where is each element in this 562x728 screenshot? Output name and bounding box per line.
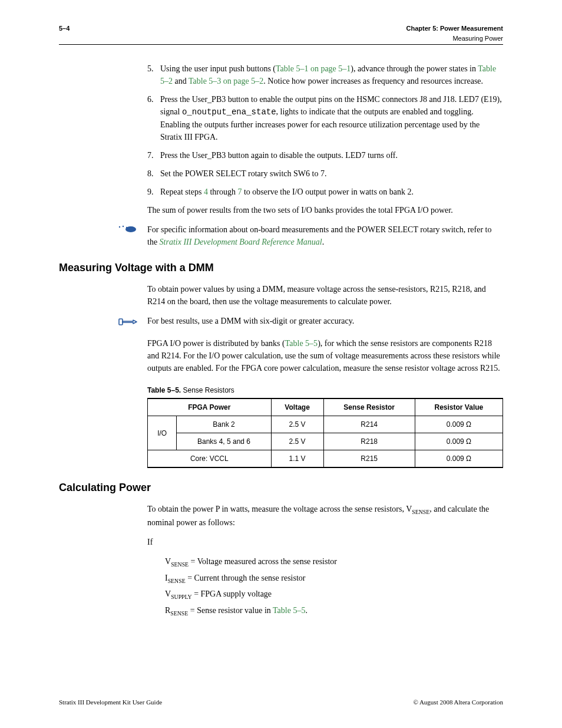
svg-rect-4 [119, 319, 123, 325]
svg-point-1 [123, 226, 124, 227]
table-row: Core: VCCL 1.1 V R215 0.009 Ω [148, 450, 503, 468]
note-block: For specific information about on-board … [118, 223, 503, 248]
definition-line: VSENSE = Voltage measured across the sen… [165, 555, 503, 569]
xref-link[interactable]: Table 5–5 [285, 339, 318, 348]
list-number: 8. [147, 167, 160, 180]
note-text: For best results, use a DMM with six-dig… [147, 315, 503, 327]
sense-resistors-table: FPGA Power Voltage Sense Resistor Resist… [147, 398, 503, 468]
list-item: 9. Repeat steps 4 through 7 to observe t… [147, 186, 503, 198]
table-header: FPGA Power [148, 398, 272, 416]
footer-left: Stratix III Development Kit User Guide [59, 697, 162, 707]
heading-calculating-power: Calculating Power [59, 480, 503, 496]
definition-line: VSUPPLY = FPGA supply voltage [165, 588, 503, 601]
table-header: Sense Resistor [323, 398, 415, 416]
pointing-hand-icon [118, 315, 147, 330]
body-text: To obtain power values by using a DMM, m… [147, 283, 503, 308]
page-header: 5–4 Chapter 5: Power Measurement Measuri… [59, 24, 503, 45]
xref-link[interactable]: Table 5–5 [273, 606, 305, 615]
xref-link[interactable]: Table 5–3 on page 5–2 [189, 77, 263, 85]
body-text: FPGA I/O power is distributed by banks (… [147, 337, 503, 374]
svg-point-3 [126, 227, 127, 228]
heading-dmm: Measuring Voltage with a DMM [59, 260, 503, 276]
note-block: For best results, use a DMM with six-dig… [118, 315, 503, 330]
table-header: Voltage [271, 398, 323, 416]
list-item: 5. Using the user input push buttons (Ta… [147, 62, 503, 87]
list-number: 5. [147, 62, 160, 87]
footer-right: © August 2008 Altera Corporation [413, 697, 503, 707]
dots-footprint-icon [118, 223, 147, 238]
body-text: The sum of power results from the two se… [147, 204, 503, 216]
xref-link[interactable]: 4 [204, 187, 208, 196]
definition-line: RSENSE = Sense resistor value in Table 5… [165, 604, 503, 618]
list-item: 7. Press the User_PB3 button again to di… [147, 149, 503, 162]
list-item: 6. Press the User_PB3 button to enable t… [147, 93, 503, 143]
section-label: Measuring Power [406, 34, 503, 44]
page-footer: Stratix III Development Kit User Guide ©… [59, 697, 503, 707]
svg-point-0 [119, 226, 120, 228]
chapter-label: Chapter 5: Power Measurement [406, 25, 503, 32]
body-text: To obtain the power P in watts, measure … [147, 503, 503, 529]
table-header: Resistor Value [415, 398, 503, 416]
page-number: 5–4 [59, 25, 70, 32]
table-caption: Table 5–5. Sense Resistors [147, 385, 503, 396]
list-number: 6. [147, 93, 160, 143]
if-label: If [147, 536, 503, 548]
table-row: I/O Bank 2 2.5 V R214 0.009 Ω [148, 416, 503, 433]
code-text: o_noutput_ena_state [182, 107, 276, 117]
xref-link[interactable]: Table 5–1 on page 5–1 [276, 64, 351, 73]
list-number: 7. [147, 149, 160, 162]
table-row: Banks 4, 5 and 6 2.5 V R218 0.009 Ω [148, 433, 503, 450]
list-item: 8. Set the POWER SELECT rotary switch SW… [147, 167, 503, 180]
xref-link[interactable]: Stratix III Development Board Reference … [160, 238, 322, 246]
list-number: 9. [147, 186, 160, 198]
definition-line: ISENSE = Current through the sense resis… [165, 572, 503, 585]
